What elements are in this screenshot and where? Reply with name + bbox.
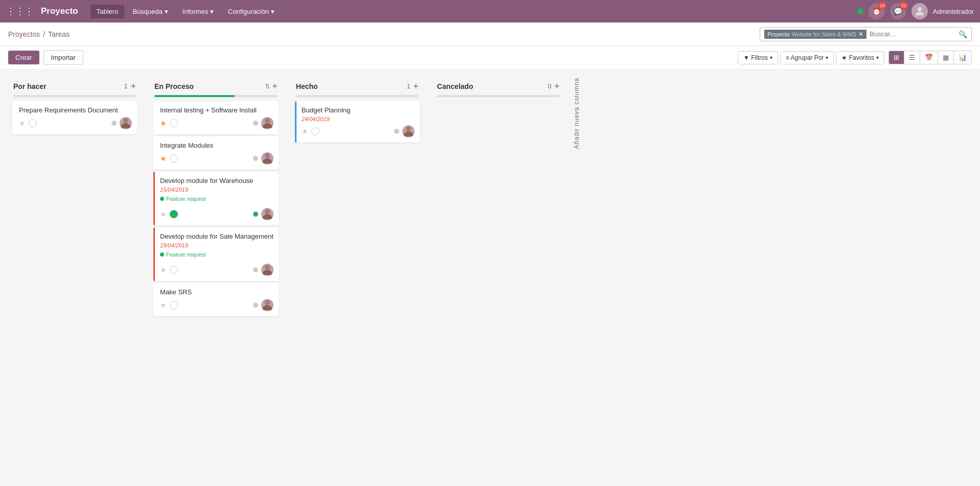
task-card[interactable]: Budget Planning24/04/2019★ xyxy=(295,101,420,143)
messages-badge: 21 xyxy=(900,2,908,10)
view-table-btn[interactable]: ▦ xyxy=(938,51,954,64)
view-switcher: ⊞ ☰ 📅 ▦ 📊 xyxy=(888,51,972,64)
group-by-btn[interactable]: ≡ Agrupar Por ▾ xyxy=(780,51,834,64)
breadcrumb-separator: / xyxy=(43,30,45,38)
column-add-task-btn[interactable]: + xyxy=(554,82,560,91)
card-status-circle[interactable] xyxy=(170,154,178,163)
column-header-cancelado: Cancelado 0 + xyxy=(432,78,565,95)
card-priority-dot xyxy=(394,129,399,134)
card-priority-dot xyxy=(253,267,258,272)
column-cancelado: Cancelado 0 + xyxy=(432,78,565,101)
card-status-circle[interactable] xyxy=(311,127,320,135)
card-status-circle[interactable] xyxy=(170,266,178,274)
svg-point-3 xyxy=(265,153,270,158)
search-tag-remove[interactable]: ✕ xyxy=(858,31,863,38)
app-grid-icon[interactable]: ⋮⋮⋮ xyxy=(6,6,34,17)
user-avatar[interactable] xyxy=(911,3,928,19)
task-card[interactable]: Develop module for Sale Management19/04/… xyxy=(153,227,279,281)
breadcrumb-projects[interactable]: Proyectos xyxy=(8,30,40,38)
column-header-hecho: Hecho 1 + xyxy=(291,78,424,95)
card-priority-dot xyxy=(111,121,117,126)
toolbar: Crear Importar ▼ Filtros ▾ ≡ Agrupar Por… xyxy=(0,46,980,70)
task-card[interactable]: Integrate Modules★ xyxy=(153,136,279,170)
card-priority-dot xyxy=(253,156,258,161)
card-star-btn[interactable]: ★ xyxy=(160,154,167,163)
card-avatar xyxy=(120,117,132,129)
column-progress-bar xyxy=(296,95,419,97)
card-star-btn[interactable]: ★ xyxy=(19,119,26,127)
card-star-btn[interactable]: ★ xyxy=(302,127,308,135)
view-list-btn[interactable]: ☰ xyxy=(904,51,920,64)
svg-point-0 xyxy=(918,7,922,11)
card-date: 15/04/2019 xyxy=(160,187,274,193)
topnav-right-area: ⏰ 16 💬 21 Administrador xyxy=(857,3,974,19)
svg-point-1 xyxy=(123,118,128,123)
card-status-circle[interactable] xyxy=(170,119,178,127)
filters-btn[interactable]: ▼ Filtros ▾ xyxy=(738,51,778,64)
task-card[interactable]: Internal testing + Software Install★ xyxy=(153,101,279,134)
card-star-btn[interactable]: ★ xyxy=(160,119,167,127)
view-calendar-btn[interactable]: 📅 xyxy=(920,51,938,64)
add-column-btn[interactable]: Añadir nueva columna xyxy=(573,78,588,153)
card-priority-dot xyxy=(253,212,258,217)
svg-point-7 xyxy=(406,126,411,131)
column-count: 5 xyxy=(266,83,269,90)
card-avatar xyxy=(261,152,274,165)
search-submit-btn[interactable]: 🔍 xyxy=(959,30,967,38)
create-button[interactable]: Crear xyxy=(8,51,39,64)
column-header-en_proceso: En Proceso 5 + xyxy=(149,78,283,95)
card-title: Develop module for Sale Management xyxy=(160,233,274,240)
view-chart-btn[interactable]: 📊 xyxy=(954,51,971,64)
card-footer: ★ xyxy=(160,117,274,129)
view-kanban-btn[interactable]: ⊞ xyxy=(889,51,904,64)
column-title: En Proceso xyxy=(154,82,261,90)
task-card[interactable]: Prepare Requirements Document★ xyxy=(12,101,137,134)
card-title: Budget Planning xyxy=(302,106,415,114)
card-avatar xyxy=(261,208,274,220)
card-tag-dot xyxy=(160,197,164,201)
status-indicator xyxy=(857,8,863,14)
card-star-btn[interactable]: ★ xyxy=(160,301,167,309)
menu-tablero[interactable]: Tablero xyxy=(90,5,125,18)
card-status-circle[interactable] xyxy=(170,301,178,309)
card-priority-dot xyxy=(253,121,258,126)
filter-group: ▼ Filtros ▾ ≡ Agrupar Por ▾ ★ Favoritos … xyxy=(738,51,884,64)
column-title: Cancelado xyxy=(437,82,543,90)
activity-btn[interactable]: ⏰ 16 xyxy=(869,3,885,19)
breadcrumb-tasks: Tareas xyxy=(48,30,70,38)
search-filter-tag[interactable]: Proyecto Website for Sales & WMS ✕ xyxy=(764,30,867,39)
menu-informes[interactable]: Informes ▾ xyxy=(176,5,220,18)
card-tag: Feature request xyxy=(160,251,206,258)
card-status-circle[interactable] xyxy=(29,119,37,127)
card-title: Develop module for Warehouse xyxy=(160,177,274,184)
task-card[interactable]: Make SRS★ xyxy=(153,283,279,316)
column-add-task-btn[interactable]: + xyxy=(130,82,136,91)
card-star-btn[interactable]: ★ xyxy=(160,210,167,218)
column-count: 0 xyxy=(548,83,552,90)
card-title: Integrate Modules xyxy=(160,142,274,149)
app-title: Proyecto xyxy=(41,6,78,16)
menu-configuracion[interactable]: Configuración ▾ xyxy=(222,5,281,18)
card-title: Make SRS xyxy=(160,288,274,296)
column-count: 1 xyxy=(407,83,411,90)
search-input[interactable] xyxy=(870,30,955,38)
search-tag-value: Website for Sales & WMS xyxy=(792,31,856,37)
task-card[interactable]: Develop module for Warehouse15/04/2019Fe… xyxy=(153,172,279,225)
column-count: 1 xyxy=(124,83,128,90)
card-star-btn[interactable]: ★ xyxy=(160,266,167,274)
favorites-btn[interactable]: ★ Favoritos ▾ xyxy=(836,51,884,64)
top-navigation: ⋮⋮⋮ Proyecto Tablero Búsqueda ▾ Informes… xyxy=(0,0,980,22)
column-hecho: Hecho 1 + Budget Planning24/04/2019★ xyxy=(291,78,424,145)
card-date: 19/04/2019 xyxy=(160,242,274,248)
import-button[interactable]: Importar xyxy=(43,50,83,65)
card-status-circle[interactable] xyxy=(170,210,178,218)
column-add-task-btn[interactable]: + xyxy=(272,82,278,91)
menu-busqueda[interactable]: Búsqueda ▾ xyxy=(126,5,174,18)
messages-btn[interactable]: 💬 21 xyxy=(890,3,906,19)
card-title: Internal testing + Software Install xyxy=(160,106,274,114)
card-avatar xyxy=(402,125,415,137)
column-add-task-btn[interactable]: + xyxy=(413,82,419,91)
card-avatar xyxy=(261,264,274,276)
card-tag: Feature request xyxy=(160,196,206,202)
column-progress-bar xyxy=(154,95,278,97)
